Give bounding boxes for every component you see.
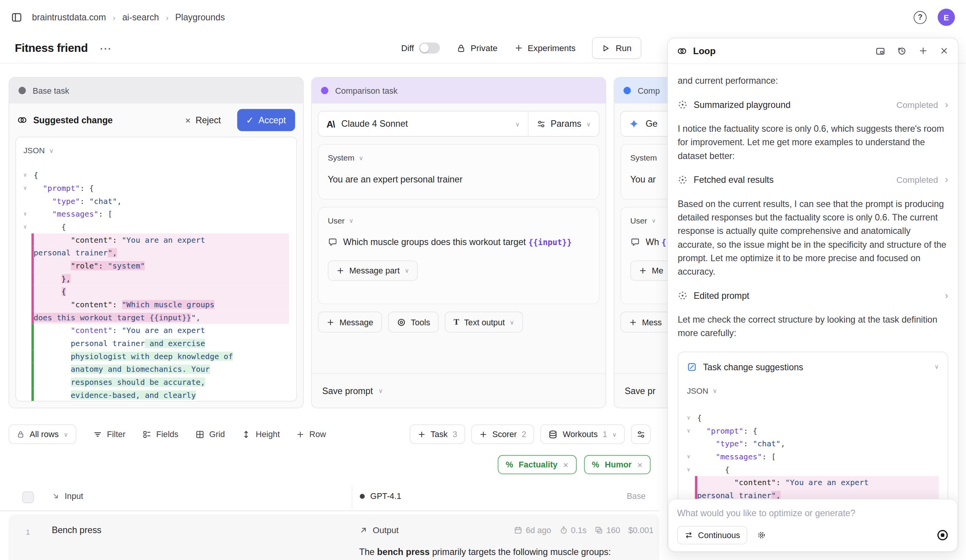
- add-message-button[interactable]: Message: [318, 311, 382, 333]
- breadcrumb-org[interactable]: braintrustdata.com: [32, 12, 106, 22]
- loop-step-edited[interactable]: Edited prompt ›: [678, 289, 948, 302]
- system-role-select[interactable]: System ∨: [328, 153, 589, 162]
- stop-button[interactable]: [936, 529, 949, 541]
- tools-button[interactable]: Tools: [388, 311, 439, 333]
- comparison-task-title: Comparison task: [335, 86, 397, 95]
- params-button[interactable]: Params ∨: [528, 111, 599, 136]
- results-table-header: Input GPT-4.1 Base: [0, 486, 659, 509]
- model-column-header[interactable]: GPT-4.1: [360, 491, 401, 500]
- diff-toggle[interactable]: Diff: [401, 43, 440, 54]
- page-title: Fitness friend: [15, 41, 88, 55]
- base-json-editor[interactable]: JSON ∨ ∨{∨ "prompt": { "type": "chat",∨ …: [15, 137, 297, 401]
- plus-icon: [336, 267, 344, 275]
- step-status-icon: [678, 100, 688, 110]
- text-output-button[interactable]: T Text output ∨: [445, 311, 523, 333]
- select-all-checkbox[interactable]: [22, 491, 34, 503]
- add-task-button[interactable]: Task 3: [410, 424, 465, 444]
- step-status: Completed: [896, 98, 938, 111]
- breadcrumb-project[interactable]: ai-search: [122, 12, 159, 22]
- sidebar-toggle-icon[interactable]: [11, 12, 22, 23]
- close-icon[interactable]: [939, 46, 949, 55]
- popout-icon[interactable]: [875, 46, 885, 56]
- percent-icon: %: [506, 460, 513, 469]
- dataset-select[interactable]: Workouts 1 ∨: [541, 424, 625, 444]
- scorer-badge-factuality[interactable]: % Factuality ×: [498, 455, 576, 474]
- continuous-mode-button[interactable]: Continuous: [677, 526, 747, 544]
- json-mode-select[interactable]: JSON ∨: [23, 146, 289, 155]
- step-status: Completed: [896, 173, 938, 187]
- chevron-down-icon: ∨: [349, 217, 354, 224]
- avatar[interactable]: E: [938, 8, 955, 26]
- model-name: Ge: [646, 119, 657, 129]
- json-mode-select[interactable]: JSON ∨: [687, 384, 939, 398]
- loop-text: I notice the factuality score is only 0.…: [678, 122, 948, 162]
- column-divider: [352, 486, 352, 509]
- scorer-badge-humor[interactable]: % Humor ×: [584, 455, 651, 474]
- grid-settings-button[interactable]: [631, 424, 651, 444]
- history-icon[interactable]: [897, 46, 907, 56]
- toggle-switch[interactable]: [419, 43, 440, 54]
- table-divider: [0, 510, 659, 511]
- chevron-right-icon: ›: [945, 289, 948, 302]
- loop-step-summarized[interactable]: Summarized playground Completed›: [678, 98, 948, 111]
- help-icon[interactable]: ?: [914, 11, 927, 24]
- duration-stat: 0.1s: [559, 525, 586, 535]
- task-color-dot: [624, 87, 631, 94]
- add-row-button[interactable]: Row: [296, 429, 326, 439]
- row-input-cell[interactable]: Bench press: [52, 525, 101, 535]
- loop-step-fetched[interactable]: Fetched eval results Completed›: [678, 173, 948, 187]
- experiments-button[interactable]: Experiments: [514, 43, 576, 53]
- grid-button[interactable]: Grid: [195, 429, 225, 439]
- plus-icon: [418, 430, 426, 438]
- database-icon: [549, 429, 558, 439]
- all-rows-select[interactable]: All rows ∨: [8, 424, 76, 444]
- loop-prompt-input[interactable]: What would you like to optimize or gener…: [677, 508, 949, 518]
- message-bubble-icon: [328, 237, 338, 247]
- reject-button[interactable]: ×Reject: [185, 115, 221, 125]
- remove-scorer-icon[interactable]: ×: [637, 459, 642, 470]
- comparison-task-header: Comparison task: [312, 78, 606, 103]
- plus-icon: [629, 318, 637, 326]
- message-part-button[interactable]: Message part ∨: [328, 260, 418, 281]
- chevron-right-icon: ›: [945, 98, 948, 111]
- settings-gear-icon[interactable]: [757, 530, 767, 540]
- new-chat-icon[interactable]: [919, 46, 928, 55]
- arrow-down-right-icon: [52, 492, 60, 500]
- user-message-text[interactable]: Which muscle groups does this workout ta…: [328, 235, 589, 249]
- fields-icon: [142, 429, 151, 439]
- add-message-button[interactable]: Mess: [621, 311, 671, 333]
- row-output-cell[interactable]: Output 6d ago 0.1s 160: [359, 525, 654, 560]
- model-select[interactable]: A\ Claude 4 Sonnet ∨: [319, 111, 528, 136]
- grid-toolbar: All rows ∨ Filter Fields Grid Height: [8, 424, 651, 444]
- loop-panel-title: Loop: [693, 46, 716, 56]
- chevron-down-icon: ∨: [612, 431, 617, 438]
- arrow-up-right-icon[interactable]: [359, 526, 368, 534]
- height-button[interactable]: Height: [242, 429, 280, 439]
- more-options-button[interactable]: ···: [100, 43, 112, 53]
- save-prompt-button[interactable]: Save prompt ∨: [312, 373, 606, 408]
- accept-button[interactable]: ✓Accept: [237, 109, 295, 131]
- message-part-button[interactable]: Me: [630, 260, 672, 281]
- breadcrumb-section[interactable]: Playgrounds: [175, 12, 225, 22]
- task-change-suggestions-card[interactable]: Task change suggestions ∨ JSON ∨ ∨{∨ "pr…: [678, 351, 948, 523]
- loop-conversation: and current performance: Summarized play…: [668, 64, 958, 524]
- scorer-badges: % Factuality × % Humor ×: [8, 455, 651, 474]
- filter-button[interactable]: Filter: [93, 429, 125, 439]
- system-message-card[interactable]: System ∨ You are an expert personal trai…: [318, 144, 599, 199]
- loop-icon: [17, 115, 27, 125]
- user-role-select[interactable]: User ∨: [328, 216, 589, 225]
- input-column-header[interactable]: Input: [52, 491, 83, 500]
- gemini-sparkle-icon: [629, 119, 639, 129]
- private-button[interactable]: Private: [456, 43, 498, 53]
- table-row[interactable]: 1 Bench press Output 6d ago 0.1s: [8, 514, 659, 560]
- play-icon: [602, 44, 610, 52]
- remove-scorer-icon[interactable]: ×: [563, 459, 568, 470]
- add-scorer-button[interactable]: Scorer 2: [471, 424, 534, 444]
- user-message-card[interactable]: User ∨ Which muscle groups does this wor…: [318, 207, 599, 304]
- base-task-column: Base task Suggested change ×Reject ✓Acce…: [8, 77, 304, 408]
- fields-button[interactable]: Fields: [142, 429, 179, 439]
- sliders-icon: [636, 429, 645, 439]
- sliders-icon: [536, 119, 546, 128]
- system-message-text[interactable]: You are an expert personal trainer: [328, 172, 589, 187]
- run-button[interactable]: Run: [592, 37, 641, 59]
